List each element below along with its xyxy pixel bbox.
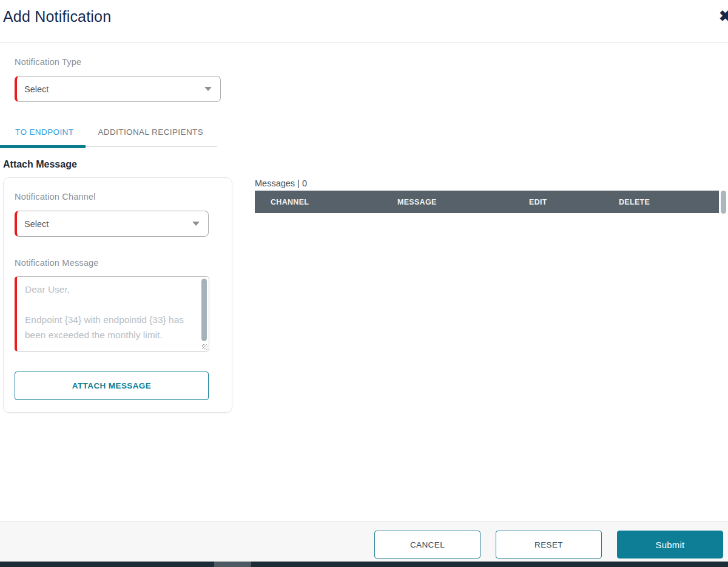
notification-channel-label: Notification Channel [15, 192, 96, 202]
tab-to-endpoint[interactable]: TO ENDPOINT [3, 124, 86, 146]
column-header-delete: DELETE [619, 198, 719, 206]
column-header-channel: CHANNEL [271, 198, 397, 206]
notification-message-textarea[interactable]: Dear User, Endpoint {34} with endpointid… [15, 276, 209, 351]
page-title: Add Notification [3, 8, 111, 25]
notification-message-label: Notification Message [15, 258, 99, 268]
footer-bar: CANCEL RESET Submit [0, 521, 728, 562]
close-icon[interactable]: ✖ [719, 8, 728, 24]
cancel-button[interactable]: CANCEL [374, 531, 480, 559]
column-header-message: MESSAGE [397, 198, 529, 206]
notification-message-placeholder: Dear User, Endpoint {34} with endpointid… [17, 277, 209, 342]
chevron-down-icon [204, 87, 212, 91]
column-header-edit: EDIT [529, 198, 619, 206]
notification-type-select[interactable]: Select [15, 76, 221, 102]
horizontal-scrollbar-thumb[interactable] [214, 562, 251, 567]
messages-counter: Messages | 0 [255, 178, 307, 188]
messages-table-header: CHANNEL MESSAGE EDIT DELETE [255, 191, 719, 213]
notification-channel-value: Select [24, 219, 49, 229]
notification-type-value: Select [24, 84, 49, 94]
attach-message-heading: Attach Message [3, 159, 77, 170]
horizontal-scrollbar-track[interactable] [0, 562, 728, 567]
textarea-scrollbar-thumb[interactable] [201, 279, 207, 341]
tab-additional-recipients[interactable]: ADDITIONAL RECIPIENTS [86, 124, 215, 146]
notification-channel-select[interactable]: Select [15, 211, 209, 237]
chevron-down-icon [192, 222, 200, 226]
notification-type-label: Notification Type [15, 57, 81, 67]
reset-button[interactable]: RESET [496, 531, 602, 559]
attach-message-button[interactable]: ATTACH MESSAGE [15, 372, 209, 400]
header-divider [0, 42, 728, 43]
textarea-resize-grip-icon[interactable] [202, 344, 207, 350]
table-scrollbar-thumb[interactable] [721, 191, 726, 214]
tab-bar: TO ENDPOINT ADDITIONAL RECIPIENTS [3, 124, 217, 147]
submit-button[interactable]: Submit [617, 531, 723, 559]
